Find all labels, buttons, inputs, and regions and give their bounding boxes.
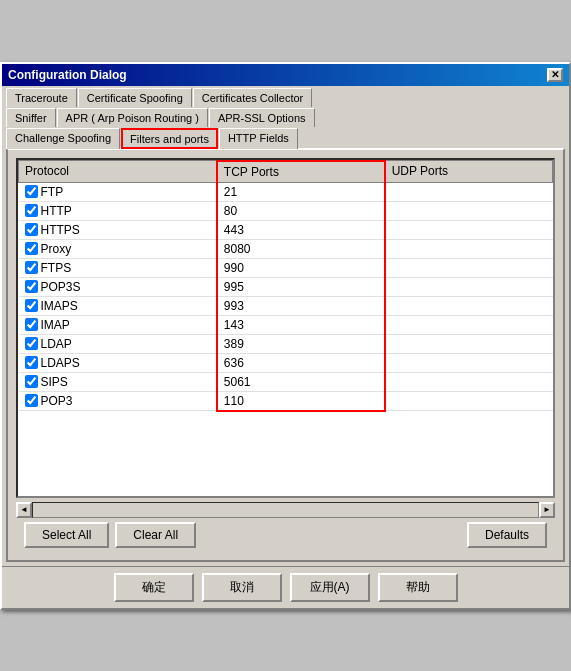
table-row: FTP21: [19, 182, 553, 201]
protocol-label: IMAP: [41, 318, 70, 332]
protocol-cell: HTTP: [19, 201, 217, 220]
tcp-port-cell[interactable]: 995: [217, 277, 385, 296]
table-row: IMAPS993: [19, 296, 553, 315]
tab-content: Protocol TCP Ports UDP Ports FTP21HTTP80…: [6, 148, 565, 562]
protocol-cell: Proxy: [19, 239, 217, 258]
table-row: POP3S995: [19, 277, 553, 296]
protocol-label: HTTP: [41, 204, 72, 218]
select-all-button[interactable]: Select All: [24, 522, 109, 548]
udp-port-cell[interactable]: [385, 296, 553, 315]
udp-port-cell[interactable]: [385, 277, 553, 296]
table-row: HTTPS443: [19, 220, 553, 239]
protocol-table-container[interactable]: Protocol TCP Ports UDP Ports FTP21HTTP80…: [16, 158, 555, 498]
udp-port-cell[interactable]: [385, 372, 553, 391]
protocol-label: IMAPS: [41, 299, 78, 313]
clear-all-button[interactable]: Clear All: [115, 522, 196, 548]
protocol-checkbox[interactable]: [25, 204, 38, 217]
tab-certificate-spoofing[interactable]: Certificate Spoofing: [78, 88, 192, 107]
table-row: LDAPS636: [19, 353, 553, 372]
scroll-left-btn[interactable]: ◄: [16, 502, 32, 518]
table-row: HTTP80: [19, 201, 553, 220]
tab-filters-ports[interactable]: Filters and ports: [121, 128, 218, 149]
tcp-port-cell[interactable]: 389: [217, 334, 385, 353]
tcp-port-cell[interactable]: 143: [217, 315, 385, 334]
defaults-button[interactable]: Defaults: [467, 522, 547, 548]
table-row: FTPS990: [19, 258, 553, 277]
tab-http-fields[interactable]: HTTP Fields: [219, 128, 298, 149]
tcp-port-cell[interactable]: 21: [217, 182, 385, 201]
protocol-label: POP3S: [41, 280, 81, 294]
protocol-label: LDAP: [41, 337, 72, 351]
protocol-cell: SIPS: [19, 372, 217, 391]
close-button[interactable]: ✕: [547, 68, 563, 82]
protocol-cell: FTPS: [19, 258, 217, 277]
protocol-checkbox[interactable]: [25, 261, 38, 274]
protocol-cell: LDAP: [19, 334, 217, 353]
protocol-label: Proxy: [41, 242, 72, 256]
protocol-label: SIPS: [41, 375, 68, 389]
protocol-label: LDAPS: [41, 356, 80, 370]
table-row: POP3110: [19, 391, 553, 411]
cancel-button[interactable]: 取消: [202, 573, 282, 602]
protocol-checkbox[interactable]: [25, 356, 38, 369]
scroll-right-btn[interactable]: ►: [539, 502, 555, 518]
tab-apr-ssl[interactable]: APR-SSL Options: [209, 108, 315, 127]
protocol-checkbox[interactable]: [25, 394, 38, 407]
udp-port-cell[interactable]: [385, 239, 553, 258]
tab-apr[interactable]: APR ( Arp Poison Routing ): [57, 108, 208, 127]
udp-port-cell[interactable]: [385, 391, 553, 411]
protocol-cell: IMAP: [19, 315, 217, 334]
tcp-port-cell[interactable]: 990: [217, 258, 385, 277]
tab-row-2: Sniffer APR ( Arp Poison Routing ) APR-S…: [2, 106, 569, 126]
udp-port-cell[interactable]: [385, 315, 553, 334]
udp-port-cell[interactable]: [385, 220, 553, 239]
tab-row-1: Traceroute Certificate Spoofing Certific…: [2, 86, 569, 106]
left-buttons: Select All Clear All: [24, 522, 196, 548]
apply-button[interactable]: 应用(A): [290, 573, 370, 602]
tabs-wrapper: Traceroute Certificate Spoofing Certific…: [2, 86, 569, 148]
h-scrollbar[interactable]: [32, 502, 539, 518]
table-row: IMAP143: [19, 315, 553, 334]
udp-port-cell[interactable]: [385, 182, 553, 201]
protocol-checkbox[interactable]: [25, 242, 38, 255]
tab-challenge-spoofing[interactable]: Challenge Spoofing: [6, 128, 120, 149]
protocol-label: HTTPS: [41, 223, 80, 237]
title-bar: Configuration Dialog ✕: [2, 64, 569, 86]
protocol-checkbox[interactable]: [25, 337, 38, 350]
protocol-cell: POP3S: [19, 277, 217, 296]
udp-port-cell[interactable]: [385, 201, 553, 220]
tcp-port-cell[interactable]: 993: [217, 296, 385, 315]
configuration-dialog: Configuration Dialog ✕ Traceroute Certif…: [0, 62, 571, 610]
protocol-checkbox[interactable]: [25, 280, 38, 293]
protocol-checkbox[interactable]: [25, 375, 38, 388]
udp-port-cell[interactable]: [385, 258, 553, 277]
protocol-label: POP3: [41, 394, 73, 408]
tab-row-3: Challenge Spoofing Filters and ports HTT…: [2, 126, 569, 148]
ok-button[interactable]: 确定: [114, 573, 194, 602]
tcp-port-cell[interactable]: 5061: [217, 372, 385, 391]
protocol-cell: LDAPS: [19, 353, 217, 372]
udp-port-cell[interactable]: [385, 353, 553, 372]
protocol-checkbox[interactable]: [25, 299, 38, 312]
protocol-label: FTP: [41, 185, 64, 199]
table-row: LDAP389: [19, 334, 553, 353]
udp-port-cell[interactable]: [385, 334, 553, 353]
header-protocol: Protocol: [19, 161, 217, 183]
protocol-cell: FTP: [19, 182, 217, 201]
tcp-port-cell[interactable]: 636: [217, 353, 385, 372]
protocol-checkbox[interactable]: [25, 318, 38, 331]
tab-traceroute[interactable]: Traceroute: [6, 88, 77, 107]
protocol-checkbox[interactable]: [25, 223, 38, 236]
protocol-table: Protocol TCP Ports UDP Ports FTP21HTTP80…: [18, 160, 553, 412]
tcp-port-cell[interactable]: 110: [217, 391, 385, 411]
help-button[interactable]: 帮助: [378, 573, 458, 602]
tab-sniffer[interactable]: Sniffer: [6, 108, 56, 127]
h-scroll-container: ◄ ►: [16, 502, 555, 518]
tcp-port-cell[interactable]: 8080: [217, 239, 385, 258]
table-row: SIPS5061: [19, 372, 553, 391]
tab-certificates-collector[interactable]: Certificates Collector: [193, 88, 312, 107]
bottom-bar: 确定 取消 应用(A) 帮助: [2, 566, 569, 608]
tcp-port-cell[interactable]: 80: [217, 201, 385, 220]
protocol-checkbox[interactable]: [25, 185, 38, 198]
tcp-port-cell[interactable]: 443: [217, 220, 385, 239]
